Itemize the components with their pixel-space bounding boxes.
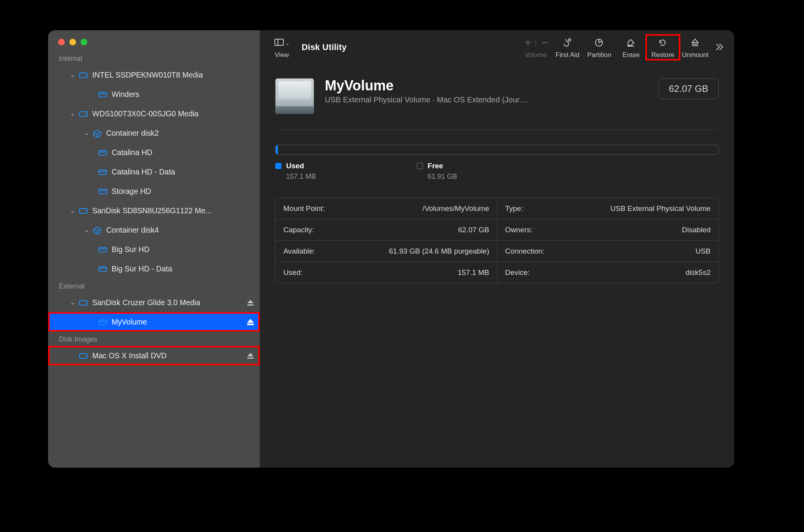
container-icon [92, 129, 102, 137]
owners-val: Disabled [682, 226, 711, 234]
sidebar-item[interactable]: ⌄Container disk2 [48, 123, 260, 143]
legend-free: Free 61.91 GB [417, 162, 457, 181]
partition-button[interactable]: Partition [583, 36, 615, 59]
section-disk-images: Disk Images [48, 332, 260, 346]
sidebar-item-label: Catalina HD [112, 148, 254, 157]
restore-button[interactable]: Restore [647, 36, 679, 59]
volume-icon [98, 245, 107, 253]
chevron-down-icon[interactable]: ⌄ [69, 110, 76, 117]
disk-icon [78, 110, 88, 117]
plus-icon [523, 38, 531, 48]
sidebar-item-label: Catalina HD - Data [112, 168, 254, 176]
chevron-down-icon[interactable]: ⌄ [83, 226, 90, 233]
usage-bar [275, 145, 719, 155]
chevron-down-icon[interactable]: ⌄ [69, 207, 76, 214]
eject-icon[interactable] [246, 298, 254, 307]
erase-button[interactable]: Erase [615, 36, 647, 59]
sidebar-item[interactable]: ⌄SanDisk Cruzer Glide 3.0 Media [48, 293, 260, 312]
volume-icon [98, 90, 107, 98]
sidebar-item[interactable]: Winders [48, 85, 260, 104]
sidebar-item[interactable]: Catalina HD [48, 143, 260, 162]
sidebar-item-label: Container disk4 [106, 226, 254, 235]
volume-size-badge: 62.07 GB [659, 78, 719, 99]
used-val: 157.1 MB [458, 268, 489, 277]
volume-button: | Volume [520, 36, 552, 59]
mount-point-key: Mount Point: [283, 204, 325, 213]
sidebar-item-label: Container disk2 [106, 129, 254, 138]
tree-internal: ⌄INTEL SSDPEKNW010T8 MediaWinders⌄WDS100… [48, 65, 260, 278]
first-aid-button[interactable]: First Aid [552, 36, 583, 59]
disk-icon [78, 71, 88, 79]
restore-icon [658, 36, 668, 50]
chevron-down-icon[interactable]: ⌄ [69, 299, 76, 306]
overflow-button[interactable] [712, 40, 728, 55]
legend-used: Used 157.1 MB [275, 162, 316, 181]
sidebar-item-label: SanDisk Cruzer Glide 3.0 Media [92, 298, 246, 307]
section-internal: Internal [48, 51, 260, 65]
sidebar-item[interactable]: ⌄INTEL SSDPEKNW010T8 Media [48, 65, 260, 85]
volume-icon [98, 149, 107, 156]
container-icon [92, 226, 102, 234]
view-menu-button[interactable]: ⌄ View [266, 36, 298, 59]
sidebar-item[interactable]: ⌄SanDisk SD8SN8U256G1122 Me... [48, 201, 260, 220]
sidebar-item[interactable]: MyVolume [48, 312, 260, 332]
sidebar-item-label: MyVolume [112, 318, 246, 326]
volume-icon [98, 187, 107, 195]
usage-bar-used [276, 145, 278, 154]
sidebar: Internal ⌄INTEL SSDPEKNW010T8 MediaWinde… [48, 30, 260, 468]
disk-icon [78, 352, 88, 359]
available-val: 61.93 GB (24.6 MB purgeable) [389, 247, 489, 256]
tree-external: ⌄SanDisk Cruzer Glide 3.0 MediaMyVolume [48, 293, 260, 332]
fullscreen-button[interactable] [81, 39, 87, 45]
type-key: Type: [505, 204, 523, 213]
sidebar-item[interactable]: Storage HD [48, 181, 260, 201]
sidebar-item-label: Big Sur HD [112, 245, 254, 254]
owners-key: Owners: [505, 226, 533, 234]
tree-disk-images: Mac OS X Install DVD [48, 346, 260, 365]
minimize-button[interactable] [69, 39, 76, 45]
connection-val: USB [695, 247, 711, 256]
capacity-key: Capacity: [283, 226, 314, 234]
sidebar-item-label: Winders [112, 90, 254, 99]
disk-utility-window: Internal ⌄INTEL SSDPEKNW010T8 MediaWinde… [48, 30, 734, 468]
device-val: disk5s2 [686, 268, 711, 277]
sidebar-item[interactable]: Mac OS X Install DVD [48, 346, 260, 365]
type-val: USB External Physical Volume [610, 204, 711, 213]
device-key: Device: [505, 268, 530, 277]
eject-icon[interactable] [246, 318, 254, 326]
sidebar-item-label: INTEL SSDPEKNW010T8 Media [92, 71, 254, 79]
capacity-val: 62.07 GB [458, 226, 489, 234]
swatch-used [275, 163, 281, 169]
sidebar-item[interactable]: ⌄Container disk4 [48, 220, 260, 240]
volume-icon [98, 265, 107, 273]
sidebar-item[interactable]: ⌄WDS100T3X0C-00SJG0 Media [48, 104, 260, 123]
eject-icon[interactable] [246, 351, 254, 360]
section-external: External [48, 278, 260, 293]
app-title: Disk Utility [302, 42, 347, 52]
sidebar-item-label: Storage HD [112, 187, 254, 196]
swatch-free [417, 163, 423, 169]
volume-icon [98, 168, 107, 176]
chevron-down-icon[interactable]: ⌄ [83, 130, 90, 136]
unmount-button[interactable]: Unmount [679, 36, 712, 59]
unmount-icon [690, 36, 700, 50]
sidebar-item[interactable]: Big Sur HD [48, 240, 260, 259]
chevron-down-icon: ⌄ [285, 40, 290, 46]
chevrons-right-icon [715, 40, 725, 55]
sidebar-item-label: SanDisk SD8SN8U256G1122 Me... [92, 206, 254, 215]
sidebar-item-label: Mac OS X Install DVD [92, 351, 246, 360]
used-key: Used: [283, 268, 303, 277]
sidebar-item[interactable]: Catalina HD - Data [48, 162, 260, 181]
chevron-down-icon[interactable]: ⌄ [69, 71, 76, 78]
volume-subtitle: USB External Physical Volume · Mac OS Ex… [325, 95, 648, 104]
sidebar-item[interactable]: Big Sur HD - Data [48, 259, 260, 278]
connection-key: Connection: [505, 247, 544, 256]
volume-large-icon [275, 78, 314, 114]
erase-icon [626, 36, 636, 50]
first-aid-icon [562, 36, 573, 50]
minus-icon [540, 38, 548, 48]
window-controls [48, 30, 260, 51]
close-button[interactable] [58, 39, 65, 45]
toolbar: ⌄ View Disk Utility | Volume [260, 30, 734, 64]
volume-icon [98, 318, 107, 326]
